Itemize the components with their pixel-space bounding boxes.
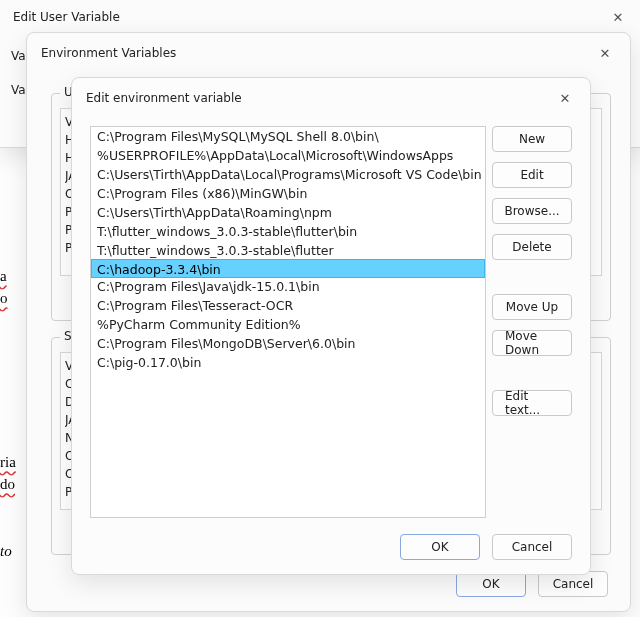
dialog-title: Edit environment variable [86,91,242,105]
edit-text-button[interactable]: Edit text... [492,390,572,416]
path-entries-listbox[interactable]: C:\Program Files\MySQL\MySQL Shell 8.0\b… [90,126,486,518]
edit-button[interactable]: Edit [492,162,572,188]
bg-text: a [0,268,7,285]
ok-button[interactable]: OK [400,534,480,560]
path-entry[interactable]: C:\Users\Tirth\AppData\Local\Programs\Mi… [91,165,485,184]
move-down-button[interactable]: Move Down [492,330,572,356]
path-entry[interactable]: T:\flutter_windows_3.0.3-stable\flutter [91,241,485,260]
dialog-title: Environment Variables [41,46,176,60]
cancel-button[interactable]: Cancel [492,534,572,560]
close-icon[interactable]: ✕ [550,86,580,110]
path-entry[interactable]: C:\pig-0.17.0\bin [91,353,485,372]
path-entry[interactable]: C:\Program Files\MySQL\MySQL Shell 8.0\b… [91,127,485,146]
close-icon[interactable]: ✕ [590,41,620,65]
close-icon[interactable]: ✕ [603,5,633,29]
new-button[interactable]: New [492,126,572,152]
path-entry[interactable]: %USERPROFILE%\AppData\Local\Microsoft\Wi… [91,146,485,165]
path-entry[interactable]: T:\flutter_windows_3.0.3-stable\flutter\… [91,222,485,241]
bg-text: to [0,543,12,560]
path-entry[interactable]: C:\Program Files\Java\jdk-15.0.1\bin [91,277,485,296]
browse-button[interactable]: Browse... [492,198,572,224]
edit-environment-variable-dialog: Edit environment variable ✕ C:\Program F… [71,77,591,575]
delete-button[interactable]: Delete [492,234,572,260]
bg-text: ria [0,454,16,471]
path-entry[interactable]: %PyCharm Community Edition% [91,315,485,334]
path-entry[interactable]: C:\Users\Tirth\AppData\Roaming\npm [91,203,485,222]
path-entry[interactable]: C:\Program Files\Tesseract-OCR [91,296,485,315]
bg-text: do [0,476,15,493]
path-entry[interactable]: C:\Program Files (x86)\MinGW\bin [91,184,485,203]
path-entry[interactable]: C:\hadoop-3.3.4\bin [91,259,485,278]
dialog-title: Edit User Variable [13,10,120,24]
move-up-button[interactable]: Move Up [492,294,572,320]
bg-text: o [0,290,8,307]
path-entry[interactable]: C:\Program Files\MongoDB\Server\6.0\bin [91,334,485,353]
